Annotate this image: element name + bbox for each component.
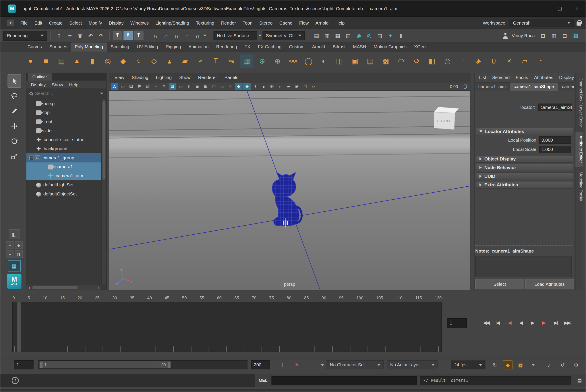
center-pivot-icon[interactable]: ⊕: [271, 54, 284, 68]
node-tab[interactable]: camera1_aimShape: [510, 82, 558, 91]
snap-to-curve-icon[interactable]: ∩: [161, 31, 171, 40]
menu-item[interactable]: Stereo: [256, 17, 276, 29]
menu-item[interactable]: Lighting/Shading: [152, 17, 192, 29]
poly-sphere-icon[interactable]: ●: [24, 54, 37, 68]
outliner-vertical-scrollbar[interactable]: [102, 99, 106, 285]
textured-icon[interactable]: ◈: [243, 83, 251, 90]
film-gate-icon[interactable]: ▭: [177, 83, 185, 90]
node-tab[interactable]: camera1_aim: [474, 82, 510, 91]
current-frame-field[interactable]: [447, 318, 466, 328]
poly-type-icon[interactable]: T: [209, 54, 222, 68]
outliner-menu-item[interactable]: Help: [66, 82, 81, 87]
chevron-down-icon[interactable]: [204, 35, 206, 37]
menu-item[interactable]: Select: [66, 17, 85, 29]
vertical-tab[interactable]: Modeling Toolkit: [575, 168, 583, 205]
menu-item[interactable]: Edit: [31, 17, 46, 29]
menu-item[interactable]: Arnold: [312, 17, 332, 29]
snap-to-projected-center-icon[interactable]: ∩: [182, 31, 192, 40]
vertical-tab[interactable]: Channel Box / Layer Editor: [575, 74, 583, 131]
attribute-editor-menu-item[interactable]: Attributes: [531, 75, 556, 80]
shelf-tab[interactable]: Surfaces: [46, 42, 71, 52]
outliner-item[interactable]: defaultObjectSet: [26, 190, 102, 198]
shelf-tab[interactable]: Motion Graphics: [370, 42, 410, 52]
menu-item[interactable]: Toon: [239, 17, 256, 29]
poly-cube-divisions-icon[interactable]: ▦: [55, 54, 68, 68]
new-scene-icon[interactable]: ▯: [54, 31, 64, 40]
redo-icon[interactable]: ↷: [96, 31, 106, 40]
poly-prism-icon[interactable]: ▰: [178, 54, 192, 68]
anim-layer-dropdown[interactable]: No Anim Layer: [387, 360, 438, 370]
layout-current-icon[interactable]: ▦: [8, 260, 21, 272]
select-button[interactable]: Select: [475, 279, 524, 289]
shadows-icon[interactable]: ●: [260, 83, 268, 90]
range-start-handle[interactable]: [40, 362, 42, 368]
mirror-circle-icon[interactable]: ◯: [302, 54, 315, 68]
svg-tool-icon[interactable]: svg: [224, 54, 238, 68]
attribute-editor-menu-item[interactable]: List: [476, 75, 489, 80]
current-frame-indicator[interactable]: [17, 302, 20, 352]
help-icon[interactable]: ?: [12, 377, 19, 384]
step-back-key-button[interactable]: |◀: [504, 318, 514, 328]
menu-item[interactable]: File: [17, 17, 31, 29]
poly-pyramid-icon[interactable]: ▴: [163, 54, 176, 68]
outliner-item[interactable]: concrete_cat_statue: [26, 135, 102, 144]
step-forward-key-button[interactable]: ▶|: [539, 318, 549, 328]
field-chart-icon[interactable]: ⊞: [202, 83, 210, 90]
rotate-tool-icon[interactable]: [8, 134, 21, 148]
maximize-button[interactable]: ▢: [551, 0, 568, 16]
exposure-value[interactable]: 0.00: [448, 84, 460, 88]
attribute-editor-menu-item[interactable]: Selected: [489, 75, 513, 80]
notes-divider[interactable]: [475, 245, 572, 246]
range-slider[interactable]: 1 120: [38, 360, 248, 370]
outliner-item[interactable]: − camera1_group: [26, 153, 102, 162]
auto-keyframe-icon[interactable]: ◆: [503, 360, 512, 370]
shelf-tab[interactable]: FX: [241, 42, 254, 52]
layout-pane-icon[interactable]: +: [6, 241, 14, 249]
outliner-item[interactable]: top: [26, 108, 102, 117]
platonic-solid-icon[interactable]: ◇: [147, 54, 161, 68]
save-scene-icon[interactable]: ▣: [75, 31, 85, 40]
safe-action-icon[interactable]: ◻: [210, 83, 218, 90]
viewport-menu-item[interactable]: Renderer: [194, 75, 221, 80]
shelf-tab[interactable]: MASH: [349, 42, 370, 52]
lock-icon[interactable]: [576, 22, 581, 26]
attribute-editor-menu-item[interactable]: Display: [556, 75, 574, 80]
render-sequence-icon[interactable]: ▦: [333, 31, 342, 40]
display-layers-icon[interactable]: ◉: [354, 31, 364, 40]
poly-torus-icon[interactable]: ◎: [101, 54, 114, 68]
outliner-item[interactable]: camera1: [26, 162, 102, 171]
user-account-icon[interactable]: [502, 32, 508, 38]
cat-statue-wireframe[interactable]: [263, 171, 306, 227]
ambient-occlusion-icon[interactable]: ◍: [268, 83, 276, 90]
shelf-tab[interactable]: Bifrost: [329, 42, 349, 52]
play-forwards-button[interactable]: ▶: [528, 318, 537, 328]
select-hierarchy-icon[interactable]: [113, 31, 122, 40]
grid-icon[interactable]: ▦: [169, 83, 176, 90]
open-scene-icon[interactable]: ▱: [65, 31, 74, 40]
extrude-icon[interactable]: ↑: [456, 54, 470, 68]
animation-preferences-icon[interactable]: ⚙: [572, 360, 581, 370]
pan-zoom-icon[interactable]: +: [152, 83, 160, 90]
section-header[interactable]: Node Behavior: [476, 164, 573, 171]
shelf-tab[interactable]: Arnold: [308, 42, 329, 52]
grease-pencil-icon[interactable]: ✎: [160, 83, 168, 90]
shelf-tab[interactable]: Curves: [24, 42, 46, 52]
layout-grid-icon[interactable]: ⊞: [538, 31, 548, 40]
playback-start-field[interactable]: [14, 360, 34, 370]
animation-end-field[interactable]: [251, 360, 270, 370]
paint-select-tool-icon[interactable]: [8, 104, 21, 118]
shelf-tab[interactable]: Rendering: [212, 42, 241, 52]
scroll-left-icon[interactable]: ◂: [26, 286, 32, 289]
symmetry-dropdown[interactable]: Symmetry: Off: [262, 31, 305, 40]
select-component-icon[interactable]: [134, 31, 144, 40]
chevron-down-icon[interactable]: [258, 35, 262, 37]
expand-toggle[interactable]: −: [30, 156, 34, 160]
move-to-origin-icon[interactable]: 0,0,0: [286, 54, 300, 68]
camera-aim-locator[interactable]: [283, 221, 288, 225]
viewport-menu-item[interactable]: Shading: [128, 75, 152, 80]
render-frame-icon[interactable]: ▤: [312, 31, 322, 40]
menu-item[interactable]: Flow: [296, 17, 312, 29]
remesh-icon[interactable]: ▩: [379, 54, 392, 68]
notes-textarea[interactable]: [475, 256, 572, 277]
menu-item[interactable]: Create: [46, 17, 66, 29]
